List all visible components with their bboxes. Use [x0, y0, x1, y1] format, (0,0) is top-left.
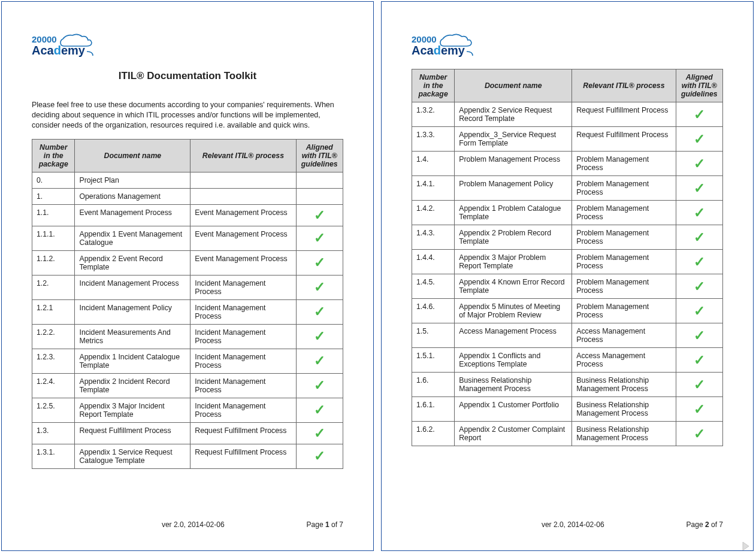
cell-number: 1.4.	[412, 152, 455, 176]
cell-number: 1.2.3.	[32, 349, 75, 373]
cell-number: 1.1.1.	[32, 226, 75, 250]
intro-paragraph: Please feel free to use these documents …	[32, 100, 343, 131]
brand-logo: 20000 Academy	[412, 32, 489, 60]
check-icon: ✓	[694, 205, 705, 220]
table-row: 1.1.2.Appendix 2 Event Record TemplateEv…	[32, 250, 343, 275]
cell-document: Appendix 1 Conflicts and Exceptions Temp…	[455, 348, 572, 373]
check-icon: ✓	[694, 180, 705, 196]
cell-document: Access Management Process	[455, 323, 572, 348]
col-process: Relevant ITIL® process	[572, 69, 676, 102]
check-icon: ✓	[314, 448, 325, 464]
page-footer: ver 2.0, 2014-02-06 Page 1 of 7	[32, 520, 343, 529]
cell-number: 1.2.5.	[32, 398, 75, 422]
cell-process: Event Management Process	[190, 250, 296, 275]
table-row: 1.2.4.Appendix 2 Incident Record Templat…	[32, 373, 343, 398]
cell-aligned: ✓	[676, 176, 722, 201]
cell-process: Event Management Process	[190, 226, 296, 250]
cell-number: 1.4.6.	[412, 299, 455, 323]
cell-number: 1.3.1.	[32, 444, 75, 468]
cell-aligned: ✓	[296, 226, 343, 250]
cell-aligned: ✓	[676, 127, 722, 152]
col-process: Relevant ITIL® process	[190, 139, 296, 172]
cell-process: Incident Management Process	[190, 324, 296, 349]
cell-process: Business Relationship Management Process	[572, 373, 676, 397]
cell-number: 1.3.3.	[412, 127, 455, 152]
check-icon: ✓	[694, 131, 705, 147]
cell-process: Business Relationship Management Process	[572, 397, 676, 422]
footer-version: ver 2.0, 2014-02-06	[459, 520, 687, 529]
cell-document: Appendix 1 Incident Catalogue Template	[75, 349, 190, 373]
cell-number: 1.5.	[412, 323, 455, 348]
cell-number: 1.4.2.	[412, 201, 455, 225]
table-header-row: Number in the package Document name Rele…	[412, 69, 723, 102]
check-icon: ✓	[694, 107, 705, 122]
check-icon: ✓	[694, 303, 705, 319]
check-icon: ✓	[314, 255, 325, 270]
page-2: 20000 Academy Number in the package Docu…	[381, 1, 754, 551]
cell-process: Business Relationship Management Process	[572, 422, 676, 446]
cell-aligned: ✓	[676, 152, 722, 176]
check-icon: ✓	[694, 352, 705, 368]
table-row: 1.4.2.Appendix 1 Problem Catalogue Templ…	[412, 201, 723, 225]
table-row: 1.3.2.Appendix 2 Service Request Record …	[412, 102, 723, 127]
cell-process: Access Management Process	[572, 323, 676, 348]
footer-version: ver 2.0, 2014-02-06	[80, 520, 307, 529]
cell-aligned: ✓	[296, 349, 343, 373]
cell-document: Appendix 3 Major Incident Report Templat…	[75, 398, 190, 422]
cell-aligned: ✓	[676, 201, 722, 225]
cell-document: Appendix 2 Incident Record Template	[75, 373, 190, 398]
cell-document: Business Relationship Management Process	[455, 373, 572, 397]
table-row: 1.4.4.Appendix 3 Major Problem Report Te…	[412, 250, 723, 274]
logo-bottom-text: Academy	[32, 44, 86, 57]
table-row: 1.3.3.Appendix_3_Service Request Form Te…	[412, 127, 723, 152]
cell-aligned	[296, 188, 343, 204]
cell-number: 1.6.2.	[412, 422, 455, 446]
check-icon: ✓	[694, 328, 705, 343]
cell-process: Problem Management Process	[572, 201, 676, 225]
cell-process: Incident Management Process	[190, 299, 296, 324]
cell-document: Incident Management Policy	[75, 299, 190, 324]
cell-aligned: ✓	[296, 299, 343, 324]
check-icon: ✓	[314, 328, 325, 344]
cell-aligned: ✓	[296, 398, 343, 422]
cell-process	[190, 172, 296, 188]
table-row: 1.1.1.Appendix 1 Event Management Catalo…	[32, 226, 343, 250]
col-aligned: Aligned with ITIL® guidelines	[296, 139, 343, 172]
table-row: 1.4.1.Problem Management PolicyProblem M…	[412, 176, 723, 201]
table-row: 1.1.Event Management ProcessEvent Manage…	[32, 204, 343, 226]
svg-text:Academy: Academy	[412, 44, 465, 57]
check-icon: ✓	[314, 353, 325, 368]
cell-document: Appendix 2 Service Request Record Templa…	[455, 102, 572, 127]
cell-document: Operations Management	[75, 188, 190, 204]
cell-number: 1.2.2.	[32, 324, 75, 349]
col-number: Number in the package	[412, 69, 455, 102]
cell-process: Problem Management Process	[572, 225, 676, 250]
cell-document: Appendix 1 Customer Portfolio	[455, 397, 572, 422]
check-icon: ✓	[694, 377, 705, 392]
col-aligned: Aligned with ITIL® guidelines	[676, 69, 722, 102]
logo-top-text: 20000	[32, 34, 57, 44]
check-icon: ✓	[314, 304, 325, 319]
cell-aligned: ✓	[676, 102, 722, 127]
cell-number: 1.3.2.	[412, 102, 455, 127]
cell-aligned: ✓	[676, 250, 722, 274]
cell-number: 0.	[32, 172, 75, 188]
table-row: 1.3.1.Appendix 1 Service Request Catalog…	[32, 444, 343, 468]
cell-process: Problem Management Process	[572, 274, 676, 299]
cell-process: Request Fulfillment Process	[572, 127, 676, 152]
cell-aligned: ✓	[296, 444, 343, 468]
cell-process: Access Management Process	[572, 348, 676, 373]
table-row: 1.3.Request Fulfillment ProcessRequest F…	[32, 422, 343, 444]
cell-aligned: ✓	[676, 323, 722, 348]
check-icon: ✓	[694, 254, 705, 270]
cell-document: Problem Management Process	[455, 152, 572, 176]
cell-document: Appendix 2 Problem Record Template	[455, 225, 572, 250]
cell-number: 1.3.	[32, 422, 75, 444]
page-footer: ver 2.0, 2014-02-06 Page 2 of 7	[412, 520, 723, 529]
next-page-arrow-icon[interactable]	[740, 541, 751, 552]
footer-page-indicator: Page 2 of 7	[687, 520, 723, 529]
cell-aligned: ✓	[296, 324, 343, 349]
cell-process: Incident Management Process	[190, 373, 296, 398]
brand-logo: 20000 Academy	[32, 32, 110, 60]
table-row: 1.2.5.Appendix 3 Major Incident Report T…	[32, 398, 343, 422]
